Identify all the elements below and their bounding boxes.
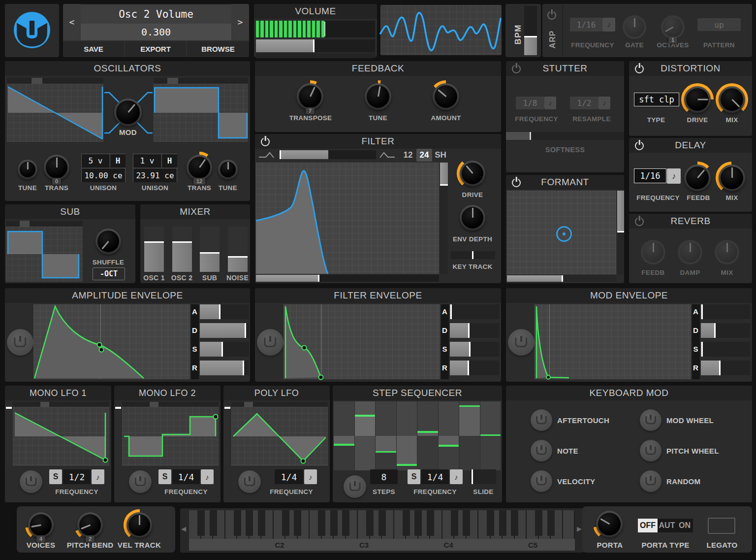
lfo2-frequency-value[interactable]: 1/4 bbox=[172, 469, 200, 484]
step-seq-steps-value[interactable]: 8 bbox=[370, 469, 398, 484]
patch-next-button[interactable]: > bbox=[231, 4, 249, 40]
poly-lfo-wave-display[interactable] bbox=[231, 407, 328, 466]
lfo2-mod-source-icon[interactable] bbox=[129, 470, 152, 493]
export-button[interactable]: EXPORT bbox=[125, 41, 186, 57]
step-7[interactable] bbox=[459, 401, 480, 470]
distortion-mix-knob[interactable] bbox=[719, 86, 745, 113]
osc1-harmonize-button[interactable]: H bbox=[110, 154, 126, 167]
lfo1-frequency-value[interactable]: 1/2 bbox=[63, 469, 91, 484]
mod-env-mod-source-icon[interactable] bbox=[508, 329, 535, 356]
reverb-damp-knob[interactable] bbox=[678, 240, 702, 264]
feedback-transpose-knob[interactable]: 7 bbox=[297, 83, 323, 110]
osc2-harmonize-button[interactable]: H bbox=[161, 154, 177, 167]
adsr-slider[interactable] bbox=[701, 304, 750, 319]
filter-mode-shelf-button[interactable]: SH bbox=[433, 149, 448, 162]
black-key[interactable] bbox=[463, 510, 470, 536]
lfo2-wave-display[interactable] bbox=[122, 407, 219, 466]
distortion-power-icon[interactable] bbox=[635, 65, 644, 73]
porta-type-on[interactable]: ON bbox=[676, 519, 693, 532]
filter-mode-12-button[interactable]: 12 bbox=[401, 149, 415, 162]
delay-frequency-value[interactable]: 1/16 bbox=[634, 168, 666, 183]
lfo1-amp-slider[interactable] bbox=[6, 407, 12, 466]
lfo1-note-icon[interactable]: ♪ bbox=[92, 469, 104, 484]
filter-resonance-slider[interactable] bbox=[440, 163, 448, 274]
poly-lfo-mod-source-icon[interactable] bbox=[238, 470, 261, 493]
step-seq-mod-source-icon[interactable] bbox=[344, 475, 366, 498]
black-key[interactable] bbox=[535, 510, 542, 536]
black-key[interactable] bbox=[234, 510, 241, 536]
step-seq-slide-slider[interactable] bbox=[471, 469, 496, 484]
stutter-softness-slider[interactable] bbox=[506, 132, 624, 140]
helm-logo[interactable] bbox=[11, 9, 53, 51]
adsr-slider[interactable] bbox=[200, 323, 249, 338]
black-key[interactable] bbox=[246, 510, 253, 536]
adsr-slider[interactable] bbox=[701, 342, 750, 357]
filter-power-icon[interactable] bbox=[261, 137, 270, 146]
reverb-feedback-knob[interactable] bbox=[641, 240, 665, 264]
step-8[interactable] bbox=[480, 401, 502, 470]
black-key[interactable] bbox=[366, 510, 374, 536]
porta-type-off[interactable]: OFF bbox=[638, 519, 658, 532]
step-4[interactable] bbox=[397, 401, 418, 470]
sub-octave-button[interactable]: -OCT bbox=[93, 267, 125, 280]
lfo2-sync-button[interactable]: S bbox=[158, 469, 171, 484]
black-key[interactable] bbox=[403, 510, 410, 536]
voices-knob[interactable]: 4 bbox=[28, 512, 54, 538]
arp-gate-knob[interactable] bbox=[623, 15, 646, 39]
step-seq-frequency-value[interactable]: 1/4 bbox=[421, 469, 449, 484]
mixer-slider-osc1[interactable] bbox=[144, 227, 164, 272]
legato-checkbox[interactable] bbox=[708, 518, 735, 534]
osc1-transpose-knob[interactable]: 0 bbox=[44, 155, 69, 180]
delay-frequency-note-icon[interactable]: ♪ bbox=[667, 168, 681, 184]
filter-response-display[interactable] bbox=[256, 163, 439, 274]
distortion-type-value[interactable]: sft clp bbox=[634, 93, 679, 106]
distortion-drive-knob[interactable] bbox=[684, 86, 711, 113]
lfo1-sync-button[interactable]: S bbox=[49, 469, 62, 484]
black-key[interactable] bbox=[378, 510, 386, 536]
arp-frequency-note-icon[interactable]: ♪ bbox=[602, 18, 615, 32]
adsr-slider[interactable] bbox=[701, 323, 750, 338]
note-mod-source-icon[interactable] bbox=[531, 440, 552, 461]
amp-env-mod-source-icon[interactable] bbox=[7, 329, 33, 356]
osc1-phase-strip[interactable] bbox=[7, 78, 103, 84]
filter-env-display[interactable] bbox=[284, 304, 440, 379]
step-6[interactable] bbox=[439, 401, 460, 470]
black-key[interactable] bbox=[294, 510, 301, 536]
reverb-power-icon[interactable] bbox=[635, 217, 644, 226]
volume-slider[interactable] bbox=[256, 39, 375, 52]
adsr-slider[interactable] bbox=[450, 323, 499, 338]
osc2-unison-cents[interactable]: 23.91 ce bbox=[133, 168, 177, 182]
black-key[interactable] bbox=[487, 510, 494, 536]
cross-mod-knob[interactable] bbox=[114, 99, 142, 126]
poly-lfo-note-icon[interactable]: ♪ bbox=[304, 469, 317, 484]
formant-power-icon[interactable] bbox=[512, 178, 521, 187]
pitch-bend-knob[interactable]: 2 bbox=[77, 512, 103, 538]
lfo2-note-icon[interactable]: ♪ bbox=[201, 469, 214, 484]
adsr-slider[interactable] bbox=[200, 342, 249, 357]
black-key[interactable] bbox=[511, 510, 518, 536]
feedback-amount-knob[interactable] bbox=[433, 83, 459, 110]
stutter-frequency-note-icon[interactable]: ♪ bbox=[544, 97, 556, 109]
porta-type-aut[interactable]: AUT bbox=[658, 519, 676, 532]
black-key[interactable] bbox=[414, 510, 422, 536]
stutter-resample-note-icon[interactable]: ♪ bbox=[598, 97, 610, 109]
lfo2-amp-slider[interactable] bbox=[115, 407, 121, 466]
mod-env-display[interactable] bbox=[535, 304, 691, 379]
lfo1-wave-display[interactable] bbox=[13, 407, 109, 466]
osc2-phase-strip[interactable] bbox=[154, 78, 248, 84]
mixer-slider-sub[interactable] bbox=[200, 227, 220, 272]
filter-key-track-slider[interactable] bbox=[451, 251, 495, 259]
adsr-slider[interactable] bbox=[450, 361, 499, 375]
osc1-wave-display[interactable] bbox=[7, 84, 103, 142]
keyboard-bottom-band[interactable] bbox=[189, 539, 575, 551]
filter-drive-knob[interactable] bbox=[460, 161, 485, 186]
delay-mix-knob[interactable] bbox=[719, 165, 745, 191]
sub-phase-strip[interactable] bbox=[6, 221, 83, 227]
keyboard-keys[interactable]: C2C3C4C5 bbox=[189, 510, 575, 551]
adsr-slider[interactable] bbox=[200, 361, 249, 375]
patch-prev-button[interactable]: < bbox=[63, 4, 81, 40]
adsr-slider[interactable] bbox=[450, 342, 499, 357]
filter-blend-slider[interactable] bbox=[280, 150, 376, 159]
sub-wave-display[interactable] bbox=[6, 227, 83, 282]
sub-shuffle-knob[interactable] bbox=[95, 229, 121, 254]
